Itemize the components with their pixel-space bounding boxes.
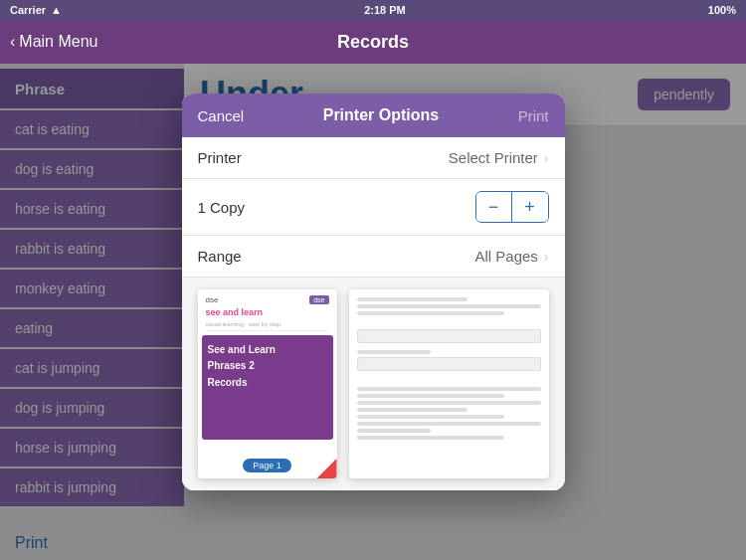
printer-value: Select Printer ›	[449, 149, 549, 166]
modal-cancel-button[interactable]: Cancel	[198, 107, 245, 124]
modal-header: Cancel Printer Options Print	[182, 93, 565, 137]
preview-line	[357, 422, 541, 426]
wifi-icon: ▲	[51, 4, 62, 16]
range-chevron-icon: ›	[544, 249, 549, 265]
preview-page-indicator: Page 1	[198, 459, 337, 472]
printer-row[interactable]: Printer Select Printer ›	[182, 137, 565, 179]
preview-line	[357, 415, 504, 419]
preview-page2	[349, 289, 549, 478]
nav-bar: ‹ Main Menu Records	[0, 20, 746, 64]
back-chevron-icon: ‹	[10, 33, 15, 51]
preview-line	[357, 304, 541, 308]
stepper-plus-button[interactable]: +	[512, 192, 548, 222]
main-content: Under pendently Phrase cat is eating dog…	[0, 64, 746, 560]
back-button[interactable]: ‹ Main Menu	[10, 33, 97, 51]
copies-row: 1 Copy − +	[182, 179, 565, 236]
modal-title: Printer Options	[323, 106, 439, 124]
preview-form-field	[357, 357, 541, 371]
preview-line	[357, 311, 504, 315]
battery-label: 100%	[708, 4, 736, 16]
printer-label: Printer	[198, 149, 242, 166]
preview-line	[357, 401, 541, 405]
nav-title: Records	[337, 32, 409, 53]
printer-options-modal: Cancel Printer Options Print Printer Sel…	[182, 93, 565, 490]
stepper-minus-button[interactable]: −	[476, 192, 512, 222]
range-value: All Pages ›	[474, 248, 548, 265]
copies-stepper: − +	[475, 191, 549, 223]
preview-spacer	[357, 318, 541, 326]
time-label: 2:18 PM	[364, 4, 406, 16]
preview-line	[357, 394, 504, 398]
preview-line	[357, 408, 467, 412]
preview-cover-title: See and Learn	[208, 343, 327, 356]
preview-header: dse dse	[198, 289, 337, 307]
status-right: 100%	[708, 4, 736, 16]
see-learn-logo: see and learn	[206, 307, 329, 317]
page-badge: Page 1	[243, 459, 291, 472]
preview-line	[357, 436, 504, 440]
status-bar: Carrier ▲ 2:18 PM 100%	[0, 0, 746, 20]
preview-line	[357, 350, 431, 354]
preview-cover: See and Learn Phrases 2 Records	[202, 335, 333, 440]
dse-badge: dse	[309, 295, 328, 304]
modal-overlay: Cancel Printer Options Print Printer Sel…	[0, 64, 746, 560]
preview-line	[357, 429, 431, 433]
range-row[interactable]: Range All Pages ›	[182, 236, 565, 278]
see-learn-text: see and learn	[206, 307, 264, 317]
modal-body: Printer Select Printer › 1 Copy − +	[182, 137, 565, 490]
preview-text-lines	[357, 297, 541, 440]
print-preview-area: dse dse see and learn visual learning · …	[182, 278, 565, 490]
preview-page1: dse dse see and learn visual learning · …	[198, 289, 337, 478]
copies-label: 1 Copy	[198, 199, 246, 216]
range-label: Range	[198, 248, 242, 265]
preview-spacer	[357, 378, 541, 384]
preview-cover-records: Records	[208, 377, 327, 388]
preview-form-field	[357, 329, 541, 343]
preview-cover-subtitle: Phrases 2	[208, 360, 327, 371]
dse-logo: dse	[206, 295, 219, 304]
see-learn-tagline: visual learning · step by step	[206, 321, 329, 331]
preview-line	[357, 297, 467, 301]
preview-line	[357, 387, 541, 391]
carrier-label: Carrier	[10, 4, 46, 16]
printer-chevron-icon: ›	[544, 150, 549, 166]
status-left: Carrier ▲	[10, 4, 62, 16]
back-label: Main Menu	[19, 33, 97, 51]
modal-print-button[interactable]: Print	[518, 107, 549, 124]
